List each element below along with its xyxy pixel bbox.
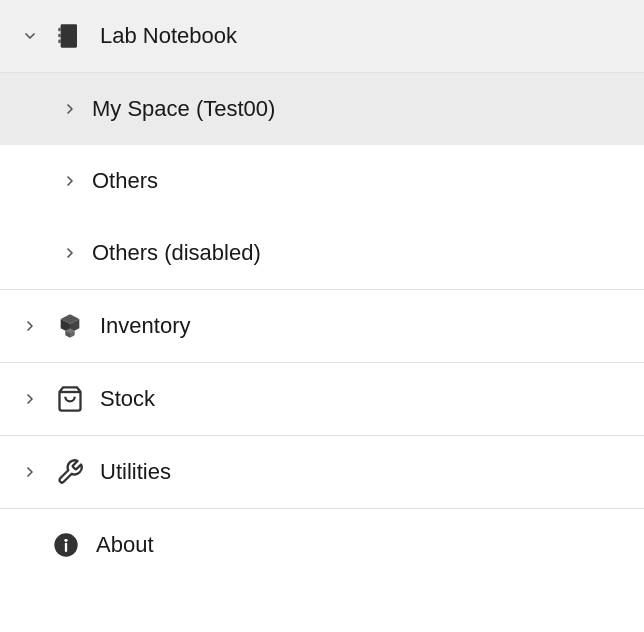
cart-icon bbox=[52, 381, 88, 417]
svg-rect-0 bbox=[61, 24, 77, 47]
sidebar-item-lab-notebook[interactable]: Lab Notebook bbox=[0, 0, 644, 72]
chevron-down-icon bbox=[16, 22, 44, 50]
sidebar-item-others[interactable]: Others bbox=[0, 145, 644, 217]
svg-rect-2 bbox=[58, 34, 60, 38]
sidebar-item-utilities[interactable]: Utilities bbox=[0, 436, 644, 508]
info-icon bbox=[48, 527, 84, 563]
chevron-right-icon bbox=[56, 239, 84, 267]
svg-point-14 bbox=[65, 539, 68, 542]
wrench-icon bbox=[52, 454, 88, 490]
notebook-icon bbox=[52, 18, 88, 54]
sidebar-item-label-utilities: Utilities bbox=[100, 459, 171, 485]
sidebar-item-about[interactable]: About bbox=[0, 509, 644, 581]
sidebar-item-others-disabled[interactable]: Others (disabled) bbox=[0, 217, 644, 289]
chevron-right-icon bbox=[16, 458, 44, 486]
sidebar-item-stock[interactable]: Stock bbox=[0, 363, 644, 435]
chevron-right-icon bbox=[16, 385, 44, 413]
chevron-right-icon bbox=[56, 95, 84, 123]
sidebar-item-label-others-disabled: Others (disabled) bbox=[92, 240, 261, 266]
sidebar-item-label-others: Others bbox=[92, 168, 158, 194]
sidebar-item-label-about: About bbox=[96, 532, 154, 558]
sidebar: Lab Notebook My Space (Test00) Others Ot… bbox=[0, 0, 644, 632]
sidebar-item-my-space[interactable]: My Space (Test00) bbox=[0, 73, 644, 145]
sidebar-item-label-my-space: My Space (Test00) bbox=[92, 96, 275, 122]
chevron-right-icon bbox=[56, 167, 84, 195]
inventory-icon bbox=[52, 308, 88, 344]
chevron-right-icon bbox=[16, 312, 44, 340]
svg-rect-3 bbox=[58, 40, 60, 44]
sidebar-item-label-stock: Stock bbox=[100, 386, 155, 412]
sidebar-item-label-lab-notebook: Lab Notebook bbox=[100, 23, 237, 49]
sidebar-item-label-inventory: Inventory bbox=[100, 313, 191, 339]
svg-rect-1 bbox=[58, 28, 60, 31]
sidebar-item-inventory[interactable]: Inventory bbox=[0, 290, 644, 362]
